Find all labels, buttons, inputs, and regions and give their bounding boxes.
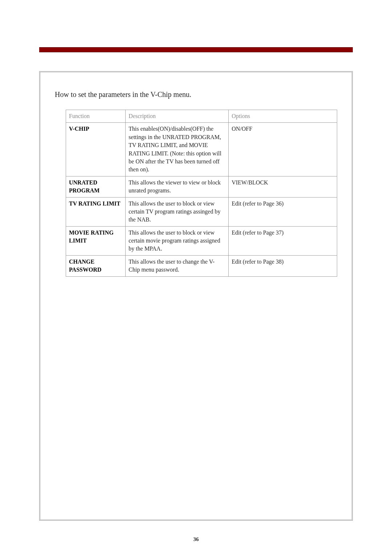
description-cell: This allows the user to block or view ce… — [126, 226, 229, 255]
options-cell: Edit (refer to Page 36) — [229, 197, 337, 226]
content-frame: How to set the parameters in the V-Chip … — [39, 71, 353, 521]
table-header-row: Function Description Options — [66, 110, 337, 123]
description-cell: This allows the user to change the V-Chi… — [126, 255, 229, 276]
function-cell: MOVIE RATING LIMIT — [66, 226, 126, 255]
table-row: MOVIE RATING LIMIT This allows the user … — [66, 226, 337, 255]
function-cell: CHANGE PASSWORD — [66, 255, 126, 276]
function-cell: V-CHIP — [66, 123, 126, 176]
header-bar — [39, 47, 353, 52]
options-cell: Edit (refer to Page 37) — [229, 226, 337, 255]
options-cell: Edit (refer to Page 38) — [229, 255, 337, 276]
header-description: Description — [126, 110, 229, 123]
header-options: Options — [229, 110, 337, 123]
options-cell: VIEW/BLOCK — [229, 176, 337, 197]
table-row: V-CHIP This enables(ON)/disables(OFF) th… — [66, 123, 337, 176]
function-cell: UNRATED PROGRAM — [66, 176, 126, 197]
description-cell: This enables(ON)/disables(OFF) the setti… — [126, 123, 229, 176]
function-cell: TV RATING LIMIT — [66, 197, 126, 226]
table-row: TV RATING LIMIT This allows the user to … — [66, 197, 337, 226]
table-row: UNRATED PROGRAM This allows the viewer t… — [66, 176, 337, 197]
header-function: Function — [66, 110, 126, 123]
table-row: CHANGE PASSWORD This allows the user to … — [66, 255, 337, 276]
page-number: 36 — [193, 536, 199, 542]
vchip-table: Function Description Options V-CHIP This… — [66, 110, 337, 277]
options-cell: ON/OFF — [229, 123, 337, 176]
description-cell: This allows the viewer to view or block … — [126, 176, 229, 197]
page-title: How to set the parameters in the V-Chip … — [55, 90, 337, 99]
description-cell: This allows the user to block or view ce… — [126, 197, 229, 226]
